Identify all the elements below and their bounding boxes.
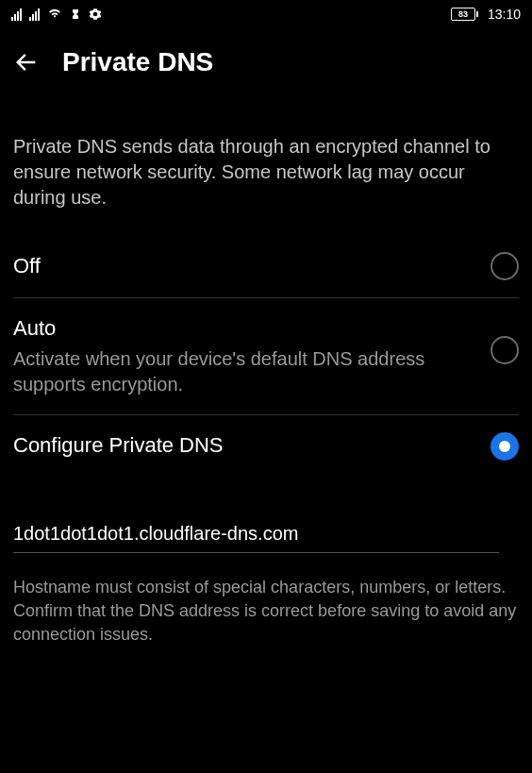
dns-hostname-input[interactable] <box>13 515 499 553</box>
option-configure-label: Configure Private DNS <box>13 432 475 460</box>
option-auto-sublabel: Activate when your device's default DNS … <box>13 346 475 397</box>
radio-off[interactable] <box>490 252 519 280</box>
option-configure[interactable]: Configure Private DNS <box>13 415 519 478</box>
page-title: Private DNS <box>62 47 213 77</box>
hostname-hint: Hostname must consist of special charact… <box>13 576 519 647</box>
clock-time: 13:10 <box>488 7 521 22</box>
status-right: 83 13:10 <box>451 7 521 22</box>
page-description: Private DNS sends data through an encryp… <box>13 96 519 235</box>
signal-icon-2 <box>29 8 40 21</box>
battery-level: 83 <box>451 8 475 21</box>
option-off[interactable]: Off <box>13 235 519 298</box>
option-auto-label: Auto <box>13 315 475 343</box>
back-icon[interactable] <box>13 49 40 76</box>
option-auto[interactable]: Auto Activate when your device's default… <box>13 298 519 415</box>
wifi-icon <box>47 8 62 21</box>
battery-icon: 83 <box>451 8 478 21</box>
header: Private DNS <box>0 28 532 96</box>
radio-configure[interactable] <box>490 432 519 461</box>
status-bar: 83 13:10 <box>0 0 532 28</box>
signal-icon <box>11 8 22 21</box>
status-left <box>11 8 102 21</box>
content: Private DNS sends data through an encryp… <box>0 96 532 647</box>
gear-icon <box>89 8 102 21</box>
hourglass-icon <box>70 8 81 21</box>
radio-auto[interactable] <box>490 336 519 364</box>
option-off-label: Off <box>13 253 475 280</box>
